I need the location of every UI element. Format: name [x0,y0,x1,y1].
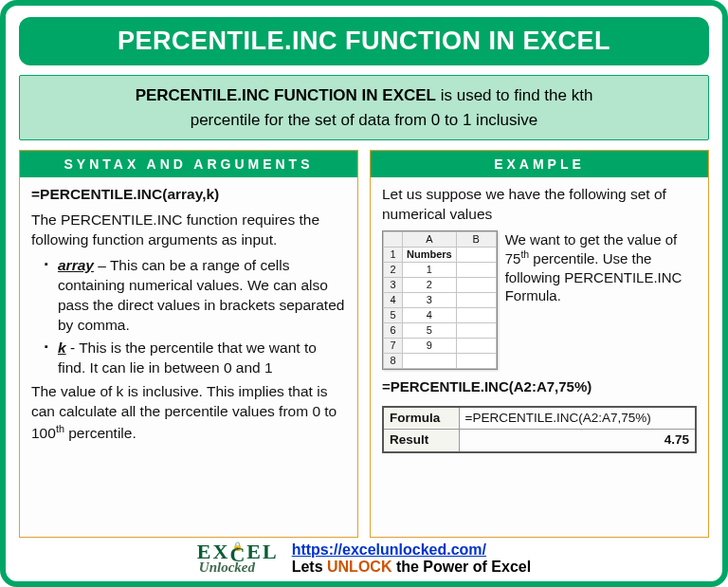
example-body: Let us suppose we have the following set… [371,177,708,461]
arg-k-desc: This is the percentile that we want to f… [58,339,317,376]
result-formula-label: Formula [383,407,459,430]
summary-bold: PERCENTILE.INC FUNCTION IN EXCEL [136,86,436,104]
arg-array: array – This can be a range of cells con… [45,256,346,336]
result-table: Formula=PERCENTILE.INC(A2:A7,75%) Result… [382,406,697,452]
argument-list: array – This can be a range of cells con… [31,256,346,379]
col-b: B [456,231,496,247]
example-header: EXAMPLE [371,151,708,177]
syntax-note-b: percentile. [64,425,136,441]
arg-k-name: k [58,339,66,356]
example-panel: EXAMPLE Let us suppose we have the follo… [370,150,709,538]
example-desc: We want to get the value of 75th percent… [505,230,697,370]
summary-text-2: percentile for the set of data from 0 to… [191,111,538,129]
tagline-c: the Power of Excel [391,559,531,575]
cell-header: Numbers [403,247,457,262]
syntax-header: SYNTAX AND ARGUMENTS [20,151,357,177]
example-formula: =PERCENTILE.INC(A2:A7,75%) [382,377,697,396]
syntax-note: The value of k is inclusive. This implie… [31,382,346,444]
tagline-unlock: UNLOCK [327,559,391,575]
arg-k-sep: - [66,339,80,356]
footer: EX🔒CEL Unlocked https://excelunlocked.co… [19,538,709,576]
arg-array-name: array [58,257,94,273]
cell-a2: 1 [403,262,457,277]
footer-text: https://excelunlocked.com/ Lets UNLOCK t… [292,541,532,576]
syntax-panel: SYNTAX AND ARGUMENTS =PERCENTILE.INC(arr… [19,150,358,538]
cell-a6: 5 [403,322,457,338]
content-columns: SYNTAX AND ARGUMENTS =PERCENTILE.INC(arr… [19,150,709,538]
logo-part2: Unlocked [199,561,255,575]
arg-k: k - This is the percentile that we want … [45,339,346,378]
site-link[interactable]: https://excelunlocked.com/ [292,541,486,558]
page-title: PERCENTILE.INC FUNCTION IN EXCEL [19,17,709,65]
cell-a3: 2 [403,277,457,292]
summary: PERCENTILE.INC FUNCTION IN EXCEL is used… [19,75,709,140]
syntax-body: =PERCENTILE.INC(array,k) The PERCENTILE.… [20,177,357,457]
cell-a5: 4 [403,307,457,322]
arg-array-sep: – [94,257,110,273]
summary-text-1: is used to find the kth [436,86,592,104]
example-desc-b: percentile. Use the following PERCENTILE… [505,250,682,303]
result-val: 4.75 [459,430,696,452]
col-a: A [403,231,457,247]
result-formula-val: =PERCENTILE.INC(A2:A7,75%) [459,407,696,430]
syntax-formula: =PERCENTILE.INC(array,k) [31,185,346,205]
logo: EX🔒CEL Unlocked [197,542,279,574]
result-label: Result [383,430,459,452]
example-intro: Let us suppose we have the following set… [382,185,697,225]
data-table: AB 1Numbers 21 32 43 54 65 79 8 [382,230,498,370]
example-row: AB 1Numbers 21 32 43 54 65 79 8 We want … [382,230,697,370]
tagline-a: Lets [292,559,327,575]
cell-a4: 3 [403,292,457,307]
cell-a7: 9 [403,338,457,353]
syntax-intro: The PERCENTILE.INC function requires the… [31,211,346,250]
